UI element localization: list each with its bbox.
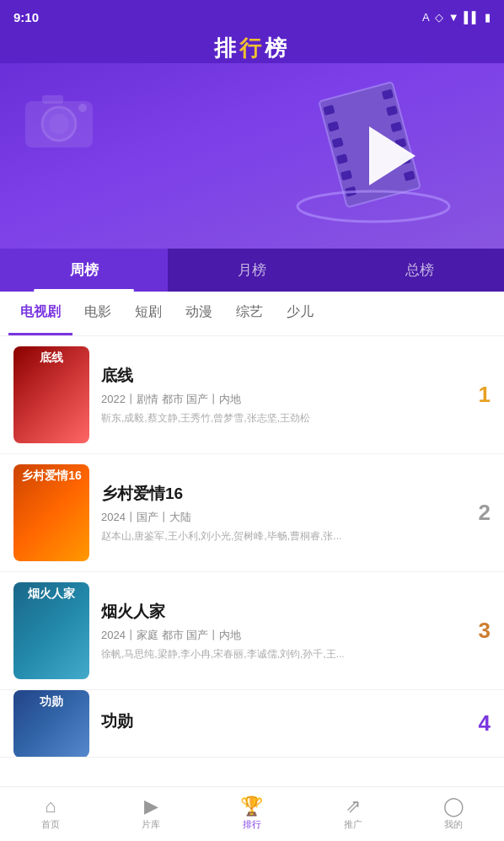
notification-icon: A <box>422 11 430 24</box>
thumbnail-3: 烟火人家 <box>13 582 89 679</box>
tab-weekly[interactable]: 周榜 <box>0 249 168 292</box>
nav-promote-label: 推广 <box>344 818 362 831</box>
list-item[interactable]: 乡村爱情16 乡村爱情16 2024丨国产丨大陆 赵本山,唐鉴军,王小利,刘小光… <box>0 454 504 572</box>
share-icon: ⇗ <box>346 797 361 816</box>
svg-point-2 <box>49 114 69 134</box>
header: 排行榜 <box>0 30 504 63</box>
item-info-3: 烟火人家 2024丨家庭 都市 国产丨内地 徐帆,马思纯,梁静,李小冉,宋春丽,… <box>101 601 457 662</box>
item-meta-2: 2024丨国产丨大陆 <box>101 510 457 525</box>
nav-profile-label: 我的 <box>444 818 463 831</box>
svg-rect-3 <box>42 95 63 104</box>
nav-ranking-label: 排行 <box>243 818 261 831</box>
nav-library-label: 片库 <box>142 818 160 831</box>
nav-home-label: 首页 <box>41 818 60 831</box>
bottom-nav: ⌂ 首页 ▶ 片库 🏆 排行 ⇗ 推广 ◯ 我的 <box>0 786 504 841</box>
item-rank-3: 3 <box>465 618 491 644</box>
item-cast-3: 徐帆,马思纯,梁静,李小冉,宋春丽,李诚儒,刘钧,孙千,王... <box>101 647 388 662</box>
thumbnail-2: 乡村爱情16 <box>13 464 89 561</box>
wallet-icon: ◇ <box>435 11 443 24</box>
cat-anime[interactable]: 动漫 <box>174 292 224 335</box>
profile-icon: ◯ <box>443 797 464 816</box>
status-icons: A ◇ ▼ ▌▌ ▮ <box>422 11 491 24</box>
category-bar: 电视剧 电影 短剧 动漫 综艺 少儿 <box>0 292 504 336</box>
cat-short[interactable]: 短剧 <box>123 292 174 335</box>
status-bar: 9:10 A ◇ ▼ ▌▌ ▮ <box>0 0 504 30</box>
item-meta-1: 2022丨剧情 都市 国产丨内地 <box>101 392 457 407</box>
item-title-4: 功勋 <box>101 710 457 732</box>
item-rank-4: 4 <box>465 710 491 737</box>
item-info-1: 底线 2022丨剧情 都市 国产丨内地 靳东,成毅,蔡文静,王秀竹,曾梦雪,张志… <box>101 365 457 426</box>
tab-monthly[interactable]: 月榜 <box>168 249 335 292</box>
item-meta-3: 2024丨家庭 都市 国产丨内地 <box>101 628 457 643</box>
hero-banner <box>0 63 504 249</box>
nav-ranking[interactable]: 🏆 排行 <box>201 787 303 841</box>
page-title: 排行榜 <box>214 34 290 63</box>
wifi-icon: ▼ <box>448 11 459 24</box>
thumb-label-2: 乡村爱情16 <box>13 464 89 488</box>
home-icon: ⌂ <box>45 797 56 816</box>
item-info-4: 功勋 <box>101 710 457 737</box>
status-time: 9:10 <box>13 10 39 24</box>
item-title-1: 底线 <box>101 365 457 387</box>
signal-icon: ▌▌ <box>464 11 480 24</box>
camera-decoration <box>17 80 101 168</box>
list-item[interactable]: 烟火人家 烟火人家 2024丨家庭 都市 国产丨内地 徐帆,马思纯,梁静,李小冉… <box>0 572 504 690</box>
battery-icon: ▮ <box>485 11 491 24</box>
list-item[interactable]: 功勋 功勋 4 <box>0 690 504 758</box>
list-item[interactable]: 底线 底线 2022丨剧情 都市 国产丨内地 靳东,成毅,蔡文静,王秀竹,曾梦雪… <box>0 336 504 454</box>
nav-profile[interactable]: ◯ 我的 <box>403 787 504 841</box>
svg-point-4 <box>78 104 87 112</box>
nav-home[interactable]: ⌂ 首页 <box>0 787 101 841</box>
cat-tv[interactable]: 电视剧 <box>8 292 72 335</box>
item-info-2: 乡村爱情16 2024丨国产丨大陆 赵本山,唐鉴军,王小利,刘小光,贺树峰,毕畅… <box>101 483 457 544</box>
cat-movie[interactable]: 电影 <box>72 292 123 335</box>
item-title-3: 烟火人家 <box>101 601 457 623</box>
trophy-icon: 🏆 <box>240 797 263 816</box>
content-list: 底线 底线 2022丨剧情 都市 国产丨内地 靳东,成毅,蔡文静,王秀竹,曾梦雪… <box>0 336 504 841</box>
item-rank-1: 1 <box>465 382 491 408</box>
item-cast-2: 赵本山,唐鉴军,王小利,刘小光,贺树峰,毕畅,曹桐睿,张... <box>101 529 388 544</box>
tab-total[interactable]: 总榜 <box>336 249 504 292</box>
thumbnail-1: 底线 <box>13 346 89 443</box>
item-title-2: 乡村爱情16 <box>101 483 457 505</box>
thumbnail-4: 功勋 <box>13 690 89 758</box>
cat-variety[interactable]: 综艺 <box>224 292 275 335</box>
nav-promote[interactable]: ⇗ 推广 <box>303 787 404 841</box>
film-play-decoration <box>268 76 453 244</box>
thumb-label-1: 底线 <box>13 346 89 370</box>
period-tabs: 周榜 月榜 总榜 <box>0 249 504 292</box>
cat-kids[interactable]: 少儿 <box>275 292 325 335</box>
thumb-label-4: 功勋 <box>13 690 89 713</box>
library-icon: ▶ <box>144 797 158 816</box>
item-rank-2: 2 <box>465 500 491 526</box>
item-cast-1: 靳东,成毅,蔡文静,王秀竹,曾梦雪,张志坚,王劲松 <box>101 411 388 426</box>
nav-library[interactable]: ▶ 片库 <box>101 787 202 841</box>
thumb-label-3: 烟火人家 <box>13 582 89 606</box>
